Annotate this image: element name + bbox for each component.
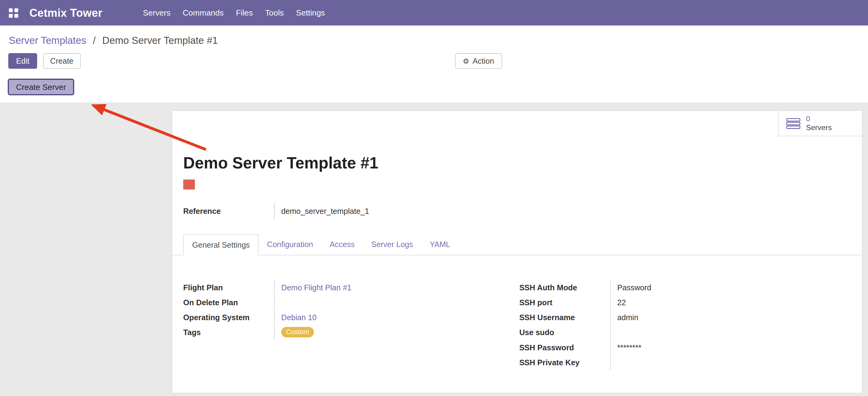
reference-field-row: Reference demo_server_template_1	[183, 203, 851, 220]
ssh-password-row: SSH Password ********	[519, 340, 651, 355]
ssh-username-label: SSH Username	[519, 310, 610, 325]
use-sudo-value	[610, 325, 632, 340]
operating-system-link[interactable]: Debian 10	[281, 313, 316, 322]
control-panel-buttons: Edit Create ⚙ Action	[0, 53, 868, 70]
cetmix-tower-app: Cetmix Tower Servers Commands Files Tool…	[0, 0, 868, 396]
form-sheet: 0 Servers Demo Server Template #1 Refere…	[172, 110, 863, 393]
reference-label: Reference	[183, 203, 274, 220]
flight-plan-link[interactable]: Demo Flight Plan #1	[281, 283, 351, 292]
menu-servers[interactable]: Servers	[137, 1, 177, 25]
menu-files[interactable]: Files	[230, 1, 259, 25]
breadcrumb-separator: /	[93, 35, 96, 46]
menu-tools[interactable]: Tools	[259, 1, 290, 25]
servers-count: 0	[806, 115, 832, 123]
tab-configuration[interactable]: Configuration	[259, 234, 321, 255]
record-title: Demo Server Template #1	[183, 111, 851, 172]
ssh-password-label: SSH Password	[519, 340, 610, 355]
tab-access[interactable]: Access	[321, 234, 363, 255]
top-navbar: Cetmix Tower Servers Commands Files Tool…	[0, 0, 868, 26]
create-button[interactable]: Create	[43, 53, 81, 69]
reference-value: demo_server_template_1	[274, 203, 369, 220]
general-settings-form: Flight Plan Demo Flight Plan #1 On Delet…	[183, 280, 851, 370]
sheet-body: Demo Server Template #1 Reference demo_s…	[172, 111, 862, 369]
on-delete-plan-value	[274, 295, 296, 310]
apps-grid-icon[interactable]	[9, 8, 18, 17]
action-button[interactable]: ⚙ Action	[455, 53, 502, 69]
use-sudo-label: Use sudo	[519, 325, 610, 340]
form-group-left: Flight Plan Demo Flight Plan #1 On Delet…	[183, 280, 519, 370]
servers-stack-icon	[786, 118, 800, 129]
ssh-auth-mode-label: SSH Auth Mode	[519, 280, 610, 295]
ssh-port-label: SSH port	[519, 295, 610, 310]
breadcrumb-current: Demo Server Template #1	[102, 35, 218, 46]
operating-system-row: Operating System Debian 10	[183, 310, 519, 325]
tab-yaml[interactable]: YAML	[422, 234, 459, 255]
menu-settings[interactable]: Settings	[290, 1, 331, 25]
notebook-tabs: General Settings Configuration Access Se…	[172, 234, 862, 255]
flight-plan-label: Flight Plan	[183, 280, 274, 295]
ssh-username-row: SSH Username admin	[519, 310, 651, 325]
use-sudo-row: Use sudo	[519, 325, 651, 340]
menu-commands[interactable]: Commands	[177, 1, 230, 25]
servers-count-label: Servers	[806, 123, 832, 132]
tag-badge: Custom	[281, 327, 314, 338]
ssh-username-value: admin	[610, 310, 638, 325]
servers-stat-text: 0 Servers	[806, 115, 832, 132]
edit-button[interactable]: Edit	[8, 53, 37, 69]
gear-icon: ⚙	[463, 57, 469, 64]
tags-row: Tags Custom	[183, 325, 519, 340]
on-delete-plan-row: On Delete Plan	[183, 295, 519, 310]
ssh-port-value: 22	[610, 295, 632, 310]
form-group-right: SSH Auth Mode Password SSH port 22 SSH U…	[519, 280, 651, 370]
app-brand[interactable]: Cetmix Tower	[29, 6, 102, 19]
create-server-button[interactable]: Create Server	[8, 79, 74, 95]
tab-server-logs[interactable]: Server Logs	[363, 234, 422, 255]
control-panel-row2: Create Server	[0, 79, 868, 103]
tags-label: Tags	[183, 325, 274, 340]
ssh-password-value: ********	[610, 340, 641, 355]
ssh-private-key-row: SSH Private Key	[519, 355, 651, 369]
action-button-label: Action	[473, 57, 494, 65]
breadcrumb: Server Templates / Demo Server Template …	[0, 26, 868, 47]
breadcrumb-parent-link[interactable]: Server Templates	[9, 35, 86, 46]
ssh-private-key-value	[610, 355, 632, 369]
servers-stat-button[interactable]: 0 Servers	[778, 111, 862, 137]
ssh-auth-mode-value: Password	[610, 280, 651, 295]
ssh-auth-mode-row: SSH Auth Mode Password	[519, 280, 651, 295]
ssh-port-row: SSH port 22	[519, 295, 651, 310]
on-delete-plan-label: On Delete Plan	[183, 295, 274, 310]
content-area: 0 Servers Demo Server Template #1 Refere…	[0, 103, 868, 396]
tab-general-settings[interactable]: General Settings	[183, 234, 259, 255]
flight-plan-row: Flight Plan Demo Flight Plan #1	[183, 280, 519, 295]
main-menu: Servers Commands Files Tools Settings	[137, 1, 331, 25]
color-swatch	[183, 179, 195, 190]
ssh-private-key-label: SSH Private Key	[519, 355, 610, 369]
operating-system-label: Operating System	[183, 310, 274, 325]
